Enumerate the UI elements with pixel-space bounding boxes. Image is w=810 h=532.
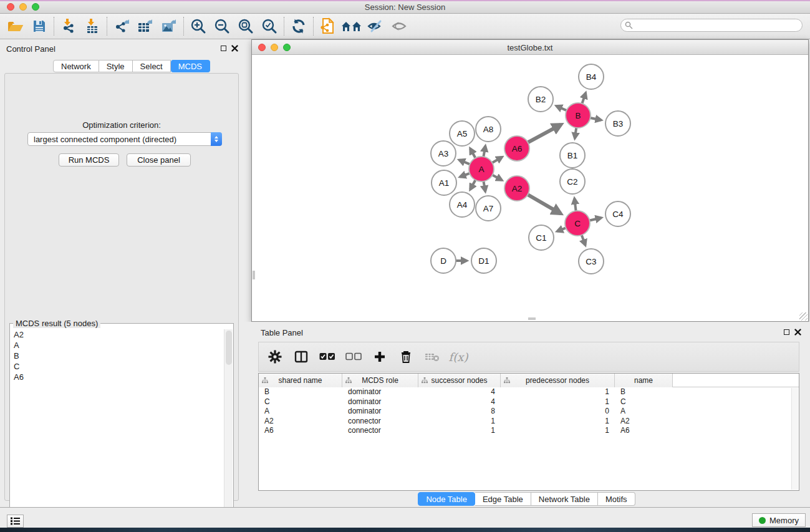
node-B4[interactable]: B4 xyxy=(579,64,604,89)
result-item[interactable]: A6 xyxy=(10,372,224,382)
tab-network-table[interactable]: Network Table xyxy=(531,492,598,506)
table-row[interactable]: Bdominator41B xyxy=(259,387,799,397)
result-scrollbar[interactable] xyxy=(224,329,233,531)
edge-A-A6[interactable] xyxy=(492,157,502,163)
delete-column-button[interactable] xyxy=(397,348,415,365)
edge-A6-B[interactable] xyxy=(528,125,561,143)
save-session-button[interactable] xyxy=(27,16,51,37)
close-panel-icon[interactable] xyxy=(231,45,238,52)
new-network-from-selection-button[interactable] xyxy=(316,16,340,37)
node-A4[interactable]: A4 xyxy=(450,192,475,217)
node-C2[interactable]: C2 xyxy=(560,169,585,194)
edge-A-A4[interactable] xyxy=(470,180,475,190)
node-A1[interactable]: A1 xyxy=(432,170,456,195)
node-A6[interactable]: A6 xyxy=(504,136,529,161)
column-header-shared-name[interactable]: shared name xyxy=(259,374,342,387)
result-item[interactable]: A xyxy=(10,340,224,351)
edge-C-C3[interactable] xyxy=(582,235,586,245)
close-panel-icon[interactable] xyxy=(794,329,801,336)
reset-view-button[interactable] xyxy=(340,16,364,37)
import-network-button[interactable] xyxy=(57,16,80,37)
unselect-all-columns-button[interactable] xyxy=(345,348,362,365)
node-D1[interactable]: D1 xyxy=(471,248,496,273)
edge-C-C1[interactable] xyxy=(557,228,566,231)
zoom-out-button[interactable] xyxy=(210,16,234,37)
table-row[interactable]: Adominator80A xyxy=(259,407,799,417)
tab-edge-table[interactable]: Edge Table xyxy=(475,492,531,506)
task-history-button[interactable] xyxy=(7,515,24,528)
edge-A-A2[interactable] xyxy=(493,175,502,180)
node-A2[interactable]: A2 xyxy=(504,176,529,201)
node-A8[interactable]: A8 xyxy=(476,117,501,142)
node-B3[interactable]: B3 xyxy=(605,111,630,136)
float-panel-icon[interactable] xyxy=(221,46,226,51)
export-network-button[interactable] xyxy=(110,16,133,37)
node-B1[interactable]: B1 xyxy=(560,143,585,168)
tab-select[interactable]: Select xyxy=(133,60,171,72)
network-window-titlebar[interactable]: testGlobe.txt xyxy=(252,40,808,55)
run-mcds-button[interactable]: Run MCDS xyxy=(59,153,119,167)
edge-A-A8[interactable] xyxy=(483,146,485,157)
edge-A-A5[interactable] xyxy=(470,148,475,158)
node-B[interactable]: B xyxy=(566,103,591,128)
edge-A-A3[interactable] xyxy=(460,160,470,164)
tab-node-table[interactable]: Node Table xyxy=(418,492,475,506)
edge-A-A7[interactable] xyxy=(483,181,485,191)
node-C1[interactable]: C1 xyxy=(529,225,554,250)
delete-table-button[interactable] xyxy=(423,348,441,365)
horizontal-scroll-thumb[interactable] xyxy=(528,317,536,320)
column-header-predecessor-nodes[interactable]: predecessor nodes xyxy=(501,374,615,387)
edge-B-B4[interactable] xyxy=(582,93,586,104)
node-A3[interactable]: A3 xyxy=(431,141,456,166)
node-B2[interactable]: B2 xyxy=(528,87,553,112)
zoom-fit-button[interactable] xyxy=(234,16,258,37)
vertical-scroll-thumb[interactable] xyxy=(253,271,255,279)
tab-mcds[interactable]: MCDS xyxy=(171,60,210,72)
edge-B-B1[interactable] xyxy=(575,128,576,138)
zoom-selected-button[interactable] xyxy=(258,16,281,37)
tab-motifs[interactable]: Motifs xyxy=(598,492,635,506)
node-C4[interactable]: C4 xyxy=(605,201,630,226)
float-panel-icon[interactable] xyxy=(784,329,789,335)
show-hide-graphics-details-button[interactable] xyxy=(364,16,387,37)
select-all-columns-button[interactable] xyxy=(319,348,336,365)
close-panel-button[interactable]: Close panel xyxy=(127,153,191,167)
edge-B-B3[interactable] xyxy=(591,118,601,120)
result-item[interactable]: A2 xyxy=(10,329,224,340)
network-canvas[interactable]: B4B2BB3A8A5A6A3B1AA1C2A2A4A7C4CC1C3DD1 xyxy=(252,55,808,321)
import-table-button[interactable] xyxy=(80,16,104,37)
node-A[interactable]: A xyxy=(469,157,494,181)
node-A5[interactable]: A5 xyxy=(450,121,475,146)
result-item[interactable]: B xyxy=(10,351,224,361)
zoom-in-button[interactable] xyxy=(186,16,210,37)
node-D[interactable]: D xyxy=(431,248,456,273)
birds-eye-view-button[interactable] xyxy=(387,16,411,37)
node-A7[interactable]: A7 xyxy=(476,196,501,221)
apply-layout-button[interactable] xyxy=(287,16,311,37)
tab-style[interactable]: Style xyxy=(99,60,133,72)
table-settings-button[interactable] xyxy=(266,348,284,365)
edge-C-C2[interactable] xyxy=(574,198,576,211)
show-column-button[interactable] xyxy=(292,348,310,365)
column-header-mcds-role[interactable]: MCDS role xyxy=(342,374,418,387)
node-C3[interactable]: C3 xyxy=(579,249,604,274)
node-C[interactable]: C xyxy=(565,211,590,236)
column-header-name[interactable]: name xyxy=(615,374,673,387)
table-scrollbar[interactable] xyxy=(791,388,798,490)
export-image-button[interactable] xyxy=(157,16,181,37)
function-builder-button[interactable]: f(x) xyxy=(450,348,467,365)
result-item[interactable]: C xyxy=(10,361,224,372)
create-column-button[interactable] xyxy=(371,348,388,365)
memory-button[interactable]: Memory xyxy=(752,513,806,527)
resize-grip[interactable] xyxy=(799,312,808,321)
edge-A2-C[interactable] xyxy=(528,195,560,213)
export-table-button[interactable] xyxy=(133,16,157,37)
table-row[interactable]: A2connector11A2 xyxy=(259,417,799,427)
table-row[interactable]: A6connector11A6 xyxy=(259,426,799,436)
edge-A-A1[interactable] xyxy=(460,173,470,177)
edge-C-C4[interactable] xyxy=(589,218,601,220)
criterion-select[interactable]: largest connected component (directed) xyxy=(27,132,222,146)
open-session-button[interactable] xyxy=(4,16,27,37)
column-header-successor-nodes[interactable]: successor nodes xyxy=(418,374,501,387)
table-row[interactable]: Cdominator41C xyxy=(259,397,799,407)
